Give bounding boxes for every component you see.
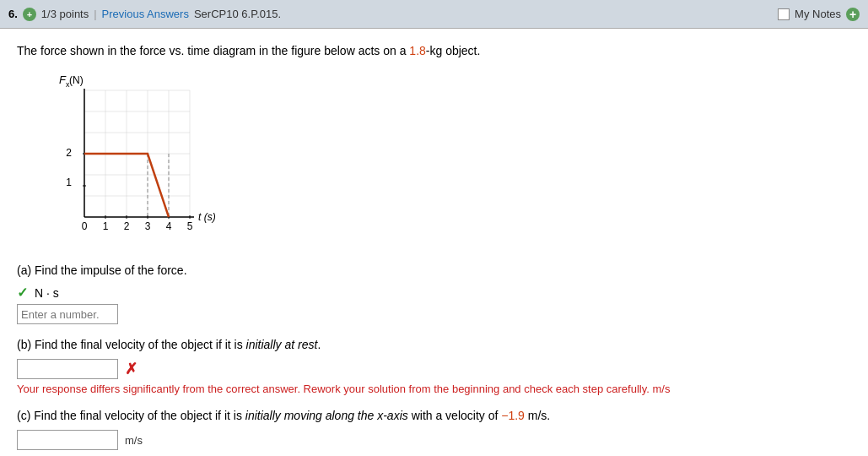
part-c-text-pre: (c) Find the final velocity of the objec…	[17, 409, 245, 422]
part-b-text-post: .	[317, 338, 321, 351]
force-time-chart: F x (N) 2 1 0	[34, 73, 228, 242]
part-b-input[interactable]	[17, 359, 118, 379]
notes-checkbox[interactable]	[778, 8, 790, 20]
svg-text:1: 1	[103, 220, 109, 232]
question-number: 6.	[8, 8, 18, 20]
problem-statement: The force shown in the force vs. time di…	[17, 42, 851, 60]
part-c-unit: m/s	[125, 434, 143, 447]
add-notes-button[interactable]: +	[846, 8, 860, 21]
part-a-label: (a) Find the impulse of the force.	[17, 262, 851, 280]
main-content: The force shown in the force vs. time di…	[0, 29, 868, 456]
svg-text:1: 1	[66, 176, 72, 188]
part-c-label: (c) Find the final velocity of the objec…	[17, 407, 851, 425]
header-right: My Notes +	[778, 8, 860, 21]
svg-text:t (s): t (s)	[198, 211, 216, 223]
header-bar: 6. + 1/3 points | Previous Answers SerCP…	[0, 0, 868, 29]
part-b-error: Your response differs significantly from…	[17, 383, 851, 395]
part-b-highlight: initially at rest	[246, 338, 318, 351]
part-b-input-row: ✗	[17, 359, 851, 379]
svg-text:2: 2	[66, 147, 72, 159]
part-b-label: (b) Find the final velocity of the objec…	[17, 336, 851, 354]
part-a-input[interactable]	[17, 304, 118, 324]
mass-value: 1.8	[409, 44, 425, 57]
part-c-input[interactable]	[17, 430, 118, 450]
problem-code: SerCP10 6.P.015.	[194, 8, 281, 20]
separator: |	[94, 8, 96, 20]
svg-text:2: 2	[124, 220, 130, 232]
points-badge-icon: +	[23, 8, 36, 21]
part-c-input-row: m/s	[17, 430, 851, 450]
points-text: 1/3 points	[41, 8, 89, 20]
part-b-text-pre: (b) Find the final velocity of the objec…	[17, 338, 246, 351]
part-a-answer-row: ✓ N · s	[17, 285, 851, 301]
header-left: 6. + 1/3 points | Previous Answers SerCP…	[8, 8, 281, 21]
chart-container: F x (N) 2 1 0	[34, 73, 228, 245]
part-c-highlight: initially moving along the x-axis	[245, 409, 408, 422]
part-b-block: (b) Find the final velocity of the objec…	[17, 336, 851, 395]
error-text: Your response differs significantly from…	[17, 383, 650, 395]
svg-text:4: 4	[166, 220, 172, 232]
part-a-unit: N · s	[35, 286, 59, 300]
part-c-block: (c) Find the final velocity of the objec…	[17, 407, 851, 450]
my-notes-label: My Notes	[795, 8, 841, 20]
velocity-value: −1.9	[501, 409, 525, 422]
svg-text:0: 0	[82, 220, 88, 232]
y-axis-unit: (N)	[69, 74, 84, 86]
check-icon: ✓	[17, 285, 28, 301]
part-a-input-row	[17, 304, 851, 324]
part-a-block: (a) Find the impulse of the force. ✓ N ·…	[17, 262, 851, 324]
svg-text:3: 3	[145, 220, 151, 232]
problem-text-pre: The force shown in the force vs. time di…	[17, 44, 409, 57]
error-unit: m/s	[652, 383, 670, 395]
cross-icon: ✗	[125, 360, 137, 378]
previous-answers-link[interactable]: Previous Answers	[102, 8, 189, 20]
svg-text:5: 5	[187, 220, 193, 232]
problem-text-post: -kg object.	[426, 44, 481, 57]
part-c-text-post: m/s.	[525, 409, 550, 422]
part-c-text-mid: with a velocity of	[408, 409, 502, 422]
